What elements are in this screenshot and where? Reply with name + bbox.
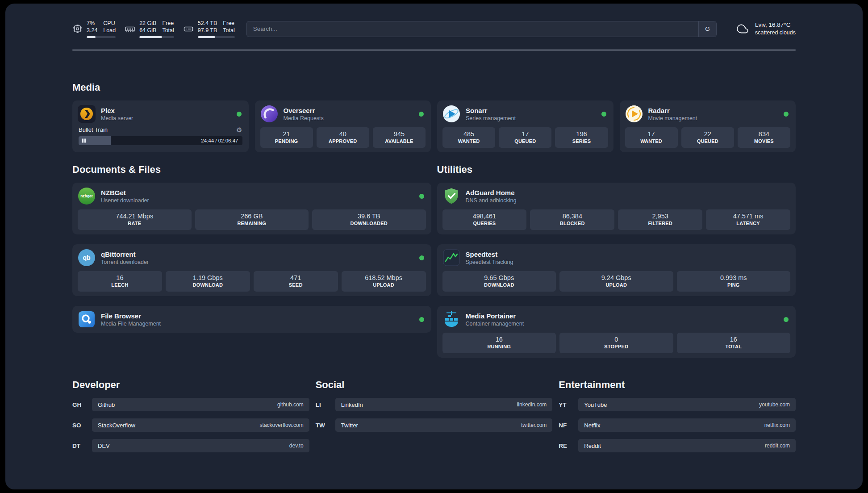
stat-label: RATE: [79, 220, 191, 227]
section-utilities: Utilities AdGuard Home: [437, 164, 796, 358]
bookmark-row: RE Reddit reddit.com: [559, 439, 796, 452]
bookmark-name: Netflix: [584, 422, 600, 429]
app-description: DNS and adblocking: [466, 197, 517, 204]
search-engine-button[interactable]: G: [698, 21, 716, 37]
stat-value: 618.52 Mbps: [342, 274, 425, 282]
sonarr-icon[interactable]: [442, 105, 460, 123]
cpu-icon: [72, 24, 83, 34]
system-metrics: 7% 3.24 CPU Load: [72, 20, 235, 38]
app-description: Torrent downloader: [101, 259, 149, 266]
stat-value: 17: [626, 130, 677, 138]
pause-icon[interactable]: [82, 139, 86, 143]
stat-tile: 744.21 Mbps RATE: [78, 209, 192, 230]
bookmark-link-stackoverflow[interactable]: StackOverflow stackoverflow.com: [92, 418, 309, 432]
app-description: Media server: [101, 115, 133, 122]
app-description: Usenet downloader: [101, 197, 149, 204]
stat-tile: 471 SEED: [254, 271, 338, 292]
weather-location: Lviv, 16.87°C: [755, 21, 796, 29]
bookmark-name: YouTube: [584, 401, 607, 408]
playback-progress-bar[interactable]: 24:44 / 02:06:47: [79, 136, 242, 145]
stat-tile: 16 RUNNING: [442, 333, 556, 353]
stat-value: 47.571 ms: [707, 212, 789, 220]
app-name[interactable]: Sonarr: [466, 106, 516, 115]
disk-total-value: 97.9 TB: [198, 27, 217, 34]
stat-tile: 2,953 FILTERED: [618, 209, 702, 230]
stat-tile: 9.24 Gbps UPLOAD: [559, 271, 673, 292]
section-title-documents: Documents & Files: [72, 164, 431, 175]
stat-value: 266 GB: [196, 212, 308, 220]
stat-value: 0: [560, 335, 672, 343]
stat-tile: 196 SERIES: [555, 127, 608, 148]
app-name[interactable]: AdGuard Home: [466, 188, 517, 197]
app-name[interactable]: Speedtest: [466, 250, 513, 259]
stat-label: PING: [678, 282, 790, 288]
stat-label: QUEUED: [500, 138, 551, 145]
app-description: Media Requests: [284, 115, 324, 122]
stat-tile: 1.19 Gbps DOWNLOAD: [166, 271, 250, 292]
status-dot: [419, 194, 424, 199]
section-entertainment: Entertainment YT YouTube youtube.com NF …: [559, 379, 796, 460]
stat-label: MOVIES: [739, 138, 789, 145]
bookmark-link-linkedin[interactable]: LinkedIn linkedin.com: [335, 398, 553, 411]
bookmark-link-youtube[interactable]: YouTube youtube.com: [578, 398, 796, 411]
stat-tile: 22 QUEUED: [681, 127, 734, 148]
bookmark-link-github[interactable]: Github github.com: [92, 398, 309, 411]
bookmark-url: linkedin.com: [517, 401, 547, 408]
portainer-icon[interactable]: [442, 310, 460, 328]
bookmark-url: twitter.com: [521, 422, 547, 428]
app-name[interactable]: Media Portainer: [466, 312, 524, 320]
overseerr-icon[interactable]: [260, 105, 278, 123]
stat-tile: 618.52 Mbps UPLOAD: [342, 271, 426, 292]
bookmark-link-twitter[interactable]: Twitter twitter.com: [335, 418, 553, 432]
app-card-nzbget: nzbget NZBGet Usenet downloader 744.21 M…: [72, 183, 431, 234]
app-card-overseerr: Overseerr Media Requests 21 PENDING 40 A…: [255, 100, 431, 152]
topbar-divider: [72, 50, 796, 50]
search-bar[interactable]: G: [246, 21, 717, 37]
stat-label: BLOCKED: [531, 220, 613, 227]
section-developer: Developer GH Github github.com SO StackO…: [72, 379, 309, 460]
stat-tile: 266 GB REMAINING: [195, 209, 309, 230]
cpu-widget: 7% 3.24 CPU Load: [72, 20, 116, 38]
ram-usage-bar: [139, 36, 174, 38]
stat-label: QUEUED: [682, 138, 733, 145]
bookmark-code: TW: [316, 422, 335, 429]
app-name[interactable]: qBittorrent: [101, 250, 149, 259]
disk-usage-bar: [198, 36, 235, 38]
speedtest-icon[interactable]: [442, 249, 460, 267]
bookmark-link-reddit[interactable]: Reddit reddit.com: [578, 439, 796, 452]
qbittorrent-icon[interactable]: qb: [78, 249, 96, 267]
app-name[interactable]: Plex: [101, 106, 133, 115]
cpu-usage-bar: [87, 36, 116, 38]
app-name[interactable]: NZBGet: [101, 188, 149, 197]
bookmark-code: LI: [316, 401, 335, 408]
gear-icon[interactable]: ⚙: [236, 126, 242, 133]
app-name[interactable]: Overseerr: [284, 106, 324, 115]
app-card-speedtest: Speedtest Speedtest Tracking 9.65 Gbps D…: [437, 244, 796, 296]
app-name[interactable]: Radarr: [648, 106, 697, 115]
plex-icon[interactable]: [78, 105, 96, 123]
stat-value: 1.19 Gbps: [167, 274, 249, 282]
search-input[interactable]: [247, 21, 698, 37]
bookmark-url: stackoverflow.com: [260, 422, 304, 428]
weather-condition: scattered clouds: [755, 29, 796, 37]
stat-value: 40: [317, 130, 368, 138]
ram-labels: Free Total: [162, 20, 174, 34]
top-bar: 7% 3.24 CPU Load: [72, 20, 796, 38]
radarr-icon[interactable]: [625, 105, 643, 123]
status-dot: [419, 317, 424, 322]
app-card-portainer: Media Portainer Container management 16 …: [437, 306, 796, 358]
bookmark-row: SO StackOverflow stackoverflow.com: [72, 418, 309, 432]
stat-value: 498,461: [443, 212, 526, 220]
stat-tile: 0 STOPPED: [559, 333, 673, 353]
bookmark-link-dev[interactable]: DEV dev.to: [92, 439, 309, 452]
bookmark-link-netflix[interactable]: Netflix netflix.com: [578, 418, 796, 432]
app-name[interactable]: File Browser: [101, 312, 161, 320]
ram-total-label: Total: [162, 27, 174, 34]
disk-total-label: Total: [223, 27, 234, 34]
section-title-social: Social: [316, 379, 553, 391]
stat-tile: 86,384 BLOCKED: [530, 209, 614, 230]
adguard-icon[interactable]: [442, 187, 460, 205]
nzbget-icon[interactable]: nzbget: [78, 187, 96, 205]
bookmark-url: youtube.com: [759, 401, 790, 408]
filebrowser-icon[interactable]: [78, 310, 96, 328]
